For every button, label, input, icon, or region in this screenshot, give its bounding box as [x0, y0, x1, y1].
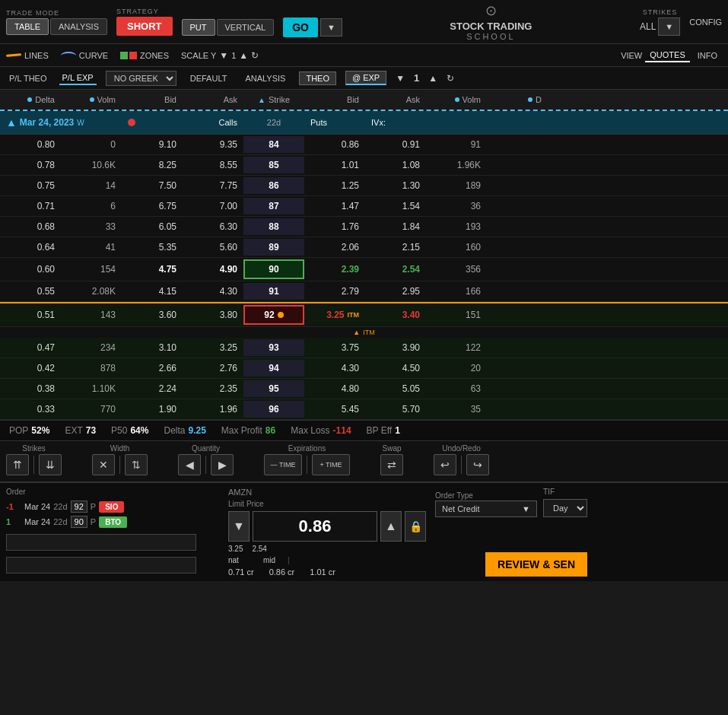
at-exp-btn[interactable]: @ EXP — [345, 71, 386, 85]
strike-cell[interactable]: 96 — [243, 401, 304, 418]
strikes-dropdown[interactable]: ▼ — [658, 17, 680, 36]
expand-arrow[interactable]: ▲ — [6, 116, 17, 129]
puts-label-cell: Puts — [304, 114, 365, 131]
strike-cell[interactable]: 89 — [243, 239, 304, 256]
exp-plus-time-btn[interactable]: + TIME — [312, 454, 350, 475]
pl-theo-btn[interactable]: P/L THEO — [6, 72, 50, 84]
default-btn[interactable]: DEFAULT — [186, 72, 232, 84]
zones-button[interactable]: ZONES — [120, 51, 169, 60]
strike-cell[interactable]: 94 — [243, 360, 304, 377]
pop-label: POP — [9, 425, 28, 436]
ask-call-cell: 5.60 — [183, 239, 243, 256]
strike-cell[interactable]: 92 — [243, 305, 304, 325]
up-arrow-btn[interactable]: ▲ — [428, 73, 437, 84]
swap-btn[interactable]: ⇄ — [380, 454, 403, 475]
put-button[interactable]: PUT — [182, 19, 215, 36]
put-d-cell — [487, 177, 548, 194]
strikes-down-btn[interactable]: ⇊ — [39, 454, 62, 475]
swap-buttons: ⇄ — [380, 454, 403, 475]
theo-btn[interactable]: THEO — [299, 72, 336, 85]
itm-orange-line — [0, 302, 728, 303]
strike-cell[interactable]: 86 — [243, 177, 304, 194]
go-dropdown[interactable]: ▼ — [320, 18, 342, 37]
table-tab[interactable]: TABLE — [6, 18, 49, 35]
bto-btn[interactable]: BTO — [99, 516, 127, 528]
width-add-btn[interactable]: ⇅ — [125, 454, 148, 475]
lines-button[interactable]: LINES — [6, 51, 49, 60]
quantity-ctrl-label: Quantity — [192, 444, 220, 453]
strike-cell[interactable]: 93 — [243, 339, 304, 356]
strike-cell[interactable]: 87 — [243, 198, 304, 214]
table-row[interactable]: 0.42 878 2.66 2.76 94 4.30 4.50 20 — [0, 358, 728, 379]
table-row[interactable]: 0.64 41 5.35 5.60 89 2.06 2.15 160 — [0, 237, 728, 258]
strike-cell[interactable]: 84 — [243, 136, 304, 153]
quotes-btn[interactable]: QUOTES — [645, 49, 689, 62]
scale-y-group: SCALE Y ▼ 1 ▲ ↻ — [181, 50, 259, 61]
strike-cell[interactable]: 91 — [243, 283, 304, 300]
analysis-btn2[interactable]: ANALYSIS — [240, 72, 290, 84]
price-row1: 3.25 — [228, 545, 243, 553]
table-row[interactable]: 0.71 6 6.75 7.00 87 1.47 1.54 36 — [0, 196, 728, 217]
put-d-cell — [487, 305, 548, 325]
short-button[interactable]: SHORT — [116, 17, 173, 36]
put-ask-cell: 2.95 — [365, 283, 426, 300]
scale-value: 1 — [231, 51, 236, 60]
price-up-btn[interactable]: ▲ — [380, 511, 402, 542]
delta-value: 9.25 — [188, 425, 205, 436]
table-row[interactable]: 0.80 0 9.10 9.35 84 0.86 0.91 91 — [0, 135, 728, 155]
sio-btn[interactable]: SIO — [99, 501, 124, 513]
analysis-tab[interactable]: ANALYSIS — [50, 18, 107, 35]
table-row[interactable]: 0.75 14 7.50 7.75 86 1.25 1.30 189 — [0, 176, 728, 196]
put-volm-cell: 356 — [426, 259, 487, 279]
exp-minus-time-btn[interactable]: — TIME — [264, 454, 302, 475]
review-send-btn[interactable]: REVIEW & SEN — [485, 552, 587, 577]
table-row[interactable]: 0.68 33 6.05 6.30 88 1.76 1.84 193 — [0, 217, 728, 237]
scale-down-btn[interactable]: ▼ — [219, 50, 228, 61]
strike-cell[interactable]: 95 — [243, 380, 304, 397]
qty-right-btn[interactable]: ▶ — [211, 454, 234, 475]
rotate-btn[interactable]: ↻ — [251, 50, 259, 61]
bid-call-cell: 8.25 — [122, 157, 183, 173]
undo-btn[interactable]: ↩ — [434, 454, 456, 475]
order-input-1[interactable] — [6, 534, 196, 551]
strike-cell[interactable]: 88 — [243, 218, 304, 235]
table-row[interactable]: 0.55 2.08K 4.15 4.30 91 2.79 2.95 166 — [0, 281, 728, 302]
info-btn[interactable]: INFO — [693, 49, 722, 62]
greek-select[interactable]: NO GREEK — [106, 71, 176, 86]
table-row[interactable]: 0.78 10.6K 8.25 8.55 85 1.01 1.08 1.96K — [0, 155, 728, 176]
extra-cell — [548, 259, 578, 279]
qty-left-btn[interactable]: ◀ — [178, 454, 201, 475]
scale-up-btn[interactable]: ▲ — [239, 50, 248, 61]
ask-call-cell: 7.75 — [183, 177, 243, 194]
lock-btn[interactable]: 🔒 — [405, 511, 426, 542]
redo-btn[interactable]: ↪ — [466, 454, 489, 475]
width-remove-btn[interactable]: ✕ — [92, 454, 115, 475]
curve-button[interactable]: CURVE — [61, 51, 108, 60]
strike-cell[interactable]: 85 — [243, 157, 304, 173]
table-row[interactable]: 0.38 1.10K 2.24 2.35 95 4.80 5.05 63 — [0, 379, 728, 399]
pl-exp-btn[interactable]: P/L EXP — [59, 72, 97, 85]
number-1: 1 — [414, 72, 419, 84]
table-row[interactable]: 0.60 154 4.75 4.90 90 2.39 2.54 356 — [0, 258, 728, 281]
config-button[interactable]: CONFIG — [689, 17, 722, 27]
put-bid-cell: 2.39 — [304, 259, 365, 279]
strike-cell[interactable]: 90 — [243, 259, 304, 279]
order-input-2[interactable] — [6, 557, 196, 574]
rotate2-btn[interactable]: ↻ — [447, 73, 454, 84]
delta-cell: 0.71 — [0, 198, 61, 214]
go-button[interactable]: GO — [283, 17, 318, 37]
order-type-select[interactable]: Net Credit ▼ — [435, 500, 537, 517]
vertical-button[interactable]: VERTICAL — [217, 19, 275, 36]
table-row[interactable]: 0.33 770 1.90 1.96 96 5.45 5.70 35 — [0, 399, 728, 420]
strikes-up-btn[interactable]: ⇈ — [6, 454, 29, 475]
price-info-row: 3.25 2.54 — [228, 545, 426, 553]
th-bid-calls: Bid — [122, 93, 183, 106]
price-down-btn[interactable]: ▼ — [228, 511, 250, 542]
table-row[interactable]: 0.51 143 3.60 3.80 92 3.25ITM 3.40 151 — [0, 303, 728, 327]
table-row[interactable]: 0.47 234 3.10 3.25 93 3.75 3.90 122 — [0, 338, 728, 358]
down-arrow-btn[interactable]: ▼ — [396, 73, 405, 84]
volm-puts-dot — [455, 97, 459, 102]
tif-select[interactable]: Day — [543, 499, 587, 517]
volm-cell: 10.6K — [61, 157, 122, 173]
zones-label: ZONES — [140, 51, 169, 60]
